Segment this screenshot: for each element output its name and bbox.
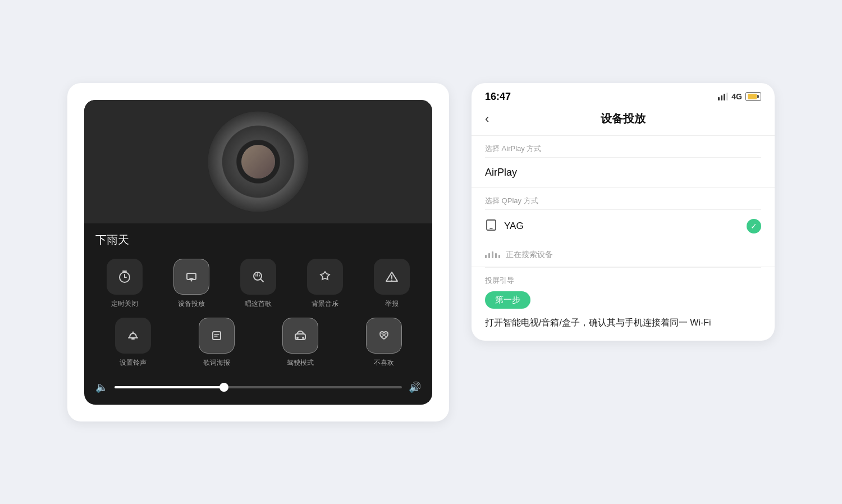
menu-item-timer[interactable]: 定时关闭 [93, 259, 155, 309]
svg-point-20 [302, 337, 304, 339]
menu-item-report[interactable]: 举报 [361, 259, 423, 309]
signal-icon [718, 93, 728, 100]
ringtone-icon-wrap [115, 318, 151, 354]
search-song-icon-wrap [240, 259, 276, 295]
volume-fill [115, 386, 224, 388]
album-art [84, 100, 432, 223]
report-icon-wrap [374, 259, 410, 295]
menu-item-ringtone[interactable]: 设置铃声 [93, 318, 172, 368]
vinyl-record [208, 111, 309, 212]
menu-item-cast[interactable]: 设备投放 [160, 259, 222, 309]
status-bar: 16:47 4G [472, 83, 775, 107]
menu-row2: 设置铃声 歌词海报 驾驶模式 [84, 315, 432, 374]
menu-row1: 定时关闭 设备投放 唱这首歌 [84, 252, 432, 315]
searching-row: 正在搜索设备 [472, 243, 775, 267]
device-row[interactable]: YAG ✓ [472, 210, 775, 243]
left-panel: 下雨天 定时关闭 设备投放 [67, 83, 449, 421]
report-label: 举报 [385, 299, 399, 309]
menu-item-bg-music[interactable]: 背景音乐 [294, 259, 356, 309]
menu-item-lyrics[interactable]: 歌词海报 [177, 318, 256, 368]
svg-rect-23 [718, 97, 720, 100]
timer-icon-wrap [107, 259, 143, 295]
menu-item-drive[interactable]: 驾驶模式 [260, 318, 340, 368]
svg-point-5 [190, 280, 192, 281]
cast-label: 设备投放 [178, 299, 205, 309]
volume-bar: 🔈 🔊 [84, 374, 432, 405]
svg-rect-25 [724, 94, 725, 100]
status-icons: 4G [718, 92, 761, 101]
svg-point-12 [391, 280, 392, 281]
svg-rect-24 [721, 95, 722, 100]
svg-rect-15 [213, 332, 221, 340]
bg-music-icon-wrap [307, 259, 343, 295]
vinyl-center [241, 145, 275, 178]
step1-badge: 第一步 [485, 291, 530, 309]
airplay-section-label: 选择 AirPlay 方式 [472, 136, 775, 157]
volume-low-icon: 🔈 [95, 381, 108, 393]
volume-track[interactable] [115, 386, 402, 388]
step1-text: 打开智能电视/音箱/盒子，确认其与手机连接着同一 Wi-Fi [472, 315, 775, 341]
dislike-icon-wrap [366, 318, 402, 354]
right-panel: 16:47 4G ‹ 设备投放 [472, 83, 775, 341]
svg-rect-26 [726, 93, 728, 100]
svg-point-19 [296, 337, 299, 339]
device-name: YAG [504, 221, 740, 232]
dislike-label: 不喜欢 [374, 358, 394, 368]
menu-item-search-song[interactable]: 唱这首歌 [227, 259, 289, 309]
lyrics-label: 歌词海报 [203, 358, 230, 368]
song-title: 下雨天 [84, 223, 432, 252]
qplay-section-label: 选择 QPlay 方式 [472, 188, 775, 209]
guide-label: 投屏引导 [472, 268, 775, 291]
search-song-label: 唱这首歌 [245, 299, 272, 309]
page-title: 设备投放 [601, 111, 646, 126]
volume-thumb[interactable] [219, 383, 228, 392]
guide-section: 投屏引导 第一步 打开智能电视/音箱/盒子，确认其与手机连接着同一 Wi-Fi [472, 267, 775, 341]
searching-text: 正在搜索设备 [506, 250, 553, 260]
battery-icon [745, 92, 761, 101]
back-button[interactable]: ‹ [485, 112, 489, 126]
airplay-option[interactable]: AirPlay [472, 158, 775, 188]
lyrics-icon-wrap [199, 318, 235, 354]
check-circle: ✓ [747, 219, 761, 233]
bg-music-label: 背景音乐 [312, 299, 338, 309]
nav-header: ‹ 设备投放 [472, 107, 775, 136]
device-icon [485, 219, 497, 234]
drive-label: 驾驶模式 [287, 358, 314, 368]
svg-line-7 [260, 279, 263, 282]
searching-dots [485, 251, 500, 258]
menu-item-dislike[interactable]: 不喜欢 [344, 318, 423, 368]
network-type: 4G [731, 92, 742, 101]
ringtone-label: 设置铃声 [120, 358, 147, 368]
drive-icon-wrap [282, 318, 318, 354]
status-time: 16:47 [485, 91, 511, 103]
timer-label: 定时关闭 [111, 299, 138, 309]
phone-screen: 下雨天 定时关闭 设备投放 [84, 100, 432, 405]
volume-high-icon: 🔊 [409, 381, 421, 393]
cast-icon-wrap [173, 259, 209, 295]
svg-point-14 [132, 331, 134, 333]
